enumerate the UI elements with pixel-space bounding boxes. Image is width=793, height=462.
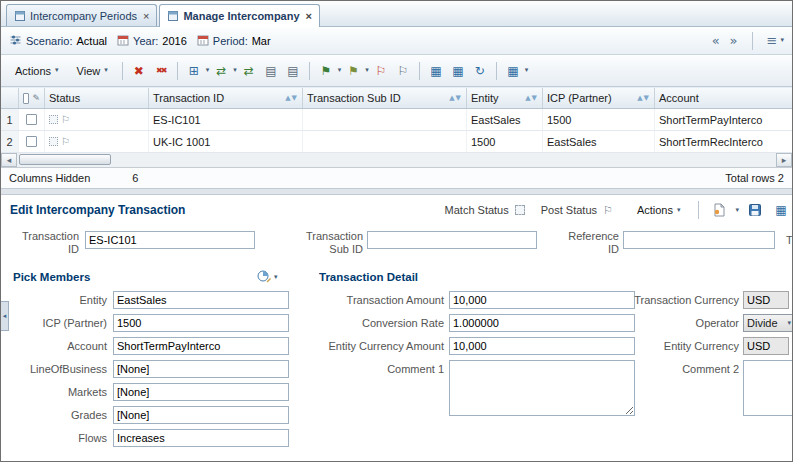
chevron-down-icon: ▾ bbox=[274, 274, 278, 281]
icp-partner-field[interactable] bbox=[113, 314, 289, 332]
tab-label: Manage Intercompany bbox=[183, 10, 299, 22]
transaction-sub-id-cell bbox=[303, 131, 467, 152]
column-header-icp-partner[interactable]: ICP (Partner)▲▼ bbox=[543, 88, 655, 108]
select-all-checkbox[interactable] bbox=[23, 93, 29, 104]
unpost-flag-icon[interactable]: ⚑ bbox=[343, 61, 363, 81]
year-selector[interactable]: Year:2016 bbox=[117, 34, 187, 48]
scroll-left-arrow[interactable]: ◂ bbox=[1, 153, 17, 167]
entity-field[interactable] bbox=[113, 291, 289, 309]
column-header-label: ICP (Partner) bbox=[547, 92, 612, 104]
icp-partner-field-label: ICP (Partner) bbox=[1, 317, 107, 329]
lineofbusiness-field[interactable] bbox=[113, 360, 289, 378]
delete-icon[interactable]: ✖ bbox=[129, 61, 149, 81]
post-flag-icon[interactable]: ⚑ bbox=[316, 61, 336, 81]
scrollbar-thumb[interactable] bbox=[19, 154, 111, 165]
grades-field[interactable] bbox=[113, 406, 289, 424]
icp-partner-cell: EastSales bbox=[543, 131, 655, 152]
sort-icons[interactable]: ▲▼ bbox=[449, 94, 462, 102]
panel-menu-button[interactable]: ≡ ▾ bbox=[767, 33, 784, 48]
entity-cell: 1500 bbox=[467, 131, 543, 152]
scrollbar-track[interactable] bbox=[17, 153, 776, 167]
copy-icon[interactable]: ▤ bbox=[261, 61, 281, 81]
tab-bar: Intercompany Periods × Manage Intercompa… bbox=[1, 1, 792, 27]
chevron-down-icon: ▾ bbox=[233, 67, 237, 74]
post-status-label: Post Status bbox=[541, 204, 597, 216]
tab-close-icon[interactable]: × bbox=[306, 10, 312, 22]
sort-icons[interactable]: ▲▼ bbox=[285, 94, 298, 102]
actions-menu-button[interactable]: Actions▾ bbox=[7, 61, 67, 81]
row-checkbox[interactable] bbox=[26, 114, 37, 125]
save-icon[interactable] bbox=[745, 200, 765, 220]
edit-header-controls: Match Status Post Status ⚐ Actions▾ ▾ ▦ bbox=[445, 200, 791, 220]
sort-icons[interactable]: ▲▼ bbox=[637, 94, 650, 102]
select-all-header[interactable]: ✎ bbox=[19, 88, 45, 108]
transaction-sub-id-field[interactable] bbox=[367, 231, 537, 249]
column-header-label: Status bbox=[49, 92, 80, 104]
account-field[interactable] bbox=[113, 337, 289, 355]
markets-field[interactable] bbox=[113, 383, 289, 401]
entity-currency-amount-field[interactable] bbox=[449, 337, 635, 355]
toolbar: Actions▾ View▾ ✖ ✖✖ ⊞▾ ⇄▾ ⇄ ▤ ▤ ⚑▾ ⚑▾ ⚐ … bbox=[1, 55, 792, 87]
query-flag-icon[interactable]: ⚐ bbox=[393, 61, 413, 81]
nav-back-icon[interactable]: « bbox=[712, 34, 720, 47]
transaction-amount-field[interactable] bbox=[449, 291, 635, 309]
entity-cell: EastSales bbox=[467, 109, 543, 130]
row-checkbox-cell[interactable] bbox=[19, 131, 45, 152]
transactions-table: ✎ Status Transaction ID▲▼ Transaction Su… bbox=[1, 87, 792, 153]
column-header-label: Account bbox=[659, 92, 699, 104]
column-menu-icon[interactable]: ▦ bbox=[503, 61, 523, 81]
edit-actions-menu-button[interactable]: Actions▾ bbox=[629, 200, 689, 220]
tab-close-icon[interactable]: × bbox=[143, 10, 149, 22]
entity-currency-field-label: Entity Currency bbox=[629, 340, 739, 352]
column-header-entity[interactable]: Entity▲▼ bbox=[467, 88, 543, 108]
tab-intercompany-periods[interactable]: Intercompany Periods × bbox=[6, 4, 157, 26]
sort-icons[interactable]: ▲▼ bbox=[525, 94, 538, 102]
period-value: Mar bbox=[252, 35, 271, 47]
row-checkbox-cell[interactable] bbox=[19, 109, 45, 130]
refresh-icon[interactable]: ↻ bbox=[470, 61, 490, 81]
reference-id-field[interactable] bbox=[623, 231, 775, 249]
column-header-account[interactable]: Account bbox=[655, 88, 792, 108]
period-selector[interactable]: Period:Mar bbox=[197, 34, 271, 48]
column-header-transaction-id[interactable]: Transaction ID▲▼ bbox=[149, 88, 303, 108]
transaction-report-icon[interactable]: ▦ bbox=[448, 61, 468, 81]
transaction-detail-heading: Transaction Detail bbox=[319, 271, 418, 283]
match-template-icon[interactable]: ⇄ bbox=[239, 61, 259, 81]
comment1-field[interactable] bbox=[449, 360, 635, 416]
edit-grid-icon[interactable]: ▦ bbox=[771, 200, 791, 220]
chevron-down-icon: ▾ bbox=[735, 207, 739, 214]
operator-select[interactable]: Divide▾ bbox=[743, 314, 793, 332]
auto-match-icon[interactable]: ⇄ bbox=[211, 61, 231, 81]
view-menu-button[interactable]: View▾ bbox=[69, 61, 116, 81]
duplicate-icon[interactable]: ▤ bbox=[283, 61, 303, 81]
entity-currency-amount-field-label: Entity Currency Amount bbox=[316, 340, 444, 352]
truncated-label: T bbox=[786, 234, 793, 246]
matching-report-icon[interactable]: ▦ bbox=[426, 61, 446, 81]
member-selector-button[interactable]: ▾ bbox=[257, 269, 278, 286]
entity-currency-field[interactable] bbox=[743, 337, 789, 355]
chevron-down-icon: ▾ bbox=[365, 67, 369, 74]
comment2-field[interactable] bbox=[743, 360, 793, 416]
table-row[interactable]: 2 ⚐ UK-IC 1001 1500 EastSales ShortTermR… bbox=[1, 131, 792, 153]
column-header-transaction-sub-id[interactable]: Transaction Sub ID▲▼ bbox=[303, 88, 467, 108]
flows-field[interactable] bbox=[113, 429, 289, 447]
tab-manage-intercompany[interactable]: Manage Intercompany × bbox=[159, 4, 320, 27]
transaction-id-field[interactable] bbox=[85, 231, 255, 249]
table-row[interactable]: 1 ⚐ ES-IC101 EastSales 1500 ShortTermPay… bbox=[1, 109, 792, 131]
lineofbusiness-field-label: LineOfBusiness bbox=[1, 363, 107, 375]
splitter-collapse-arrow[interactable]: ◂ bbox=[1, 301, 9, 331]
horizontal-scrollbar[interactable]: ◂ ▸ bbox=[1, 153, 792, 168]
conversion-rate-field[interactable] bbox=[449, 314, 635, 332]
new-transaction-icon[interactable] bbox=[709, 200, 729, 220]
row-checkbox[interactable] bbox=[26, 136, 37, 147]
reject-flag-icon[interactable]: ⚐ bbox=[371, 61, 391, 81]
transaction-currency-field[interactable] bbox=[743, 291, 789, 309]
load-transactions-icon[interactable]: ⊞ bbox=[184, 61, 204, 81]
column-header-status[interactable]: Status bbox=[45, 88, 149, 108]
scenario-selector[interactable]: Scenario:Actual bbox=[9, 34, 107, 48]
post-status-flag-icon: ⚐ bbox=[61, 136, 70, 147]
delete-all-icon[interactable]: ✖✖ bbox=[151, 61, 171, 81]
scroll-right-arrow[interactable]: ▸ bbox=[776, 153, 792, 167]
pov-bar: Scenario:Actual Year:2016 Period:Mar « »… bbox=[1, 27, 792, 55]
nav-forward-icon[interactable]: » bbox=[730, 34, 738, 47]
